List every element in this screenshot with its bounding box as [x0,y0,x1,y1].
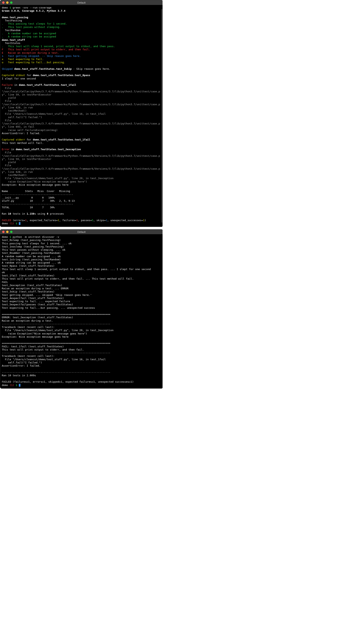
output-line: test_0pass (test_stuff.TestStates) [2,264,55,267]
error-target: demo.test_stuff.TestStates.test_2excepti… [16,148,81,151]
class-name: TestStates [5,42,21,44]
terminal-window-1: Default demo $ green -vvv --run-coverage… [0,0,163,227]
traceback-line: File "/Users/cleancut/demo/test_stuff.py… [2,329,114,332]
coverage-row: __init__.py 0 0 100% [2,196,55,199]
class-name: TestRandom [5,29,21,32]
traceback-line: raise self.failureException(msg) [2,128,58,132]
zoom-icon[interactable] [10,2,13,4]
for-label: for [27,138,31,141]
terminal-window-2: Default demo $ python -m unittest discov… [0,229,163,388]
stat-val: 1 [143,219,145,222]
separator: ----------------------------------------… [2,371,110,374]
output-line: Raise an exception during a test. ... ER… [2,287,69,290]
output-line: This test passes without sleeping. ... o… [2,248,65,251]
close-icon[interactable] [2,231,5,233]
output-line: This test will print output to stderr, a… [2,277,134,280]
traceback-line: Exception: Nice exception message goes h… [2,335,69,338]
test-result: This test will sleep 1 second, print out… [8,45,115,48]
test-result: Test getting skipped. [8,54,41,58]
output-line: A random number can be assigned ... ok [2,255,61,258]
version-line: Green 3.0.0, Coverage 4.5.2, Python 3.7.… [2,9,65,12]
traceback-line: testMethod() [2,109,27,112]
separator: ----------------------------------------… [2,351,110,354]
test-result: This passing test sleeps for 1 second. [8,22,67,25]
output-line: ok [2,271,5,274]
traceback-line: yield [2,96,16,99]
stat-key: errors= [14,219,25,222]
ran-text: s using [34,212,47,215]
terminal-output: demo $ green -vvv --run-coverage Green 3… [2,6,161,225]
traffic-lights [2,2,13,4]
traceback-line: File "/Users/cleancut/demo/test_stuff.py… [2,358,106,361]
test-result: Test expecting to fail. [8,58,44,61]
output-line: This test will sleep 1 second, print out… [2,268,151,271]
stat-val: 5 [92,219,93,222]
skipped-target: demo.test_stuff.TestStates.test_3skip [14,67,72,70]
ran-count: 10 [8,212,11,215]
captured-stderr-label: Captured stderr [2,138,25,141]
failed-label: FAILED [2,219,11,222]
ran-text: processes [48,212,64,215]
stderr-body: This test method will fail. [2,142,44,144]
class-name: TestPassing [5,19,22,22]
error-desc: Raise an exception during a test. [2,319,53,322]
output-line: Test expecting to fail. ... expected fai… [2,300,70,303]
minimize-icon[interactable] [6,2,9,4]
prompt-symbol: $ [10,6,11,9]
ran-text: tests in [11,212,27,215]
skipped-reason: - Skip reason goes here. [73,67,110,70]
fail-desc: This test will print output to stderr, a… [2,348,84,351]
in-label: in [11,148,14,151]
for-label: for [27,74,31,77]
titlebar[interactable]: Default [0,0,163,5]
ran-procs: 8 [47,212,48,215]
terminal-body[interactable]: demo $ python -m unittest discover -v te… [0,234,163,388]
coverage-header: Name Stmts Miss Cover Missing [2,190,70,192]
module-name: demo.test_stuff [2,38,25,42]
titlebar[interactable]: Default [0,230,163,234]
command-text: green -vvv --run-coverage [13,6,52,9]
prompt-user: demo [2,6,8,9]
ran-text: Ran [2,212,8,215]
minimize-icon[interactable] [6,231,9,233]
output-line: Test getting skipped. ... skipped 'Skip … [2,294,92,296]
output-line: test_5expectfailpasses (test_stuff.TestS… [2,303,73,306]
traceback-line: File "/usr/local/Cellar/python/3.7.4/Fra… [2,119,160,128]
ran-summary: Ran 10 tests in 2.009s [2,374,36,377]
test-result: This test passes without sleeping. [8,26,61,28]
scrollbar[interactable] [161,9,162,223]
test-result: Raise an exception during a test. [8,51,59,54]
error-label: Error [2,148,10,151]
close-icon[interactable] [2,2,5,4]
output-line: A random string can be assigned ... ok [2,261,61,264]
separator: ----------------------------------------… [2,202,73,206]
traceback-line: File "/usr/local/Cellar/python/3.7.4/Fra… [2,86,160,96]
traceback-header: Traceback (most recent call last): [2,354,55,358]
error-header: ERROR: test_2exception (test_stuff.TestS… [2,316,73,319]
output-line: test_3skip (test_stuff.TestStates) [2,290,55,293]
command-text: python -m unittest discover -v [13,236,59,238]
traceback-line: AssertionError: I failed. [2,364,41,367]
traceback-line: yield [2,161,16,164]
module-name: demo.test_passing [2,16,28,19]
traceback-line: File "/Users/cleancut/demo/test_stuff.py… [2,112,106,115]
traffic-lights [2,231,13,233]
output-line: test_0number (test_passing.TestRandom) [2,252,61,254]
cursor-icon [19,384,21,386]
stdout-body: I slept for one second [2,77,36,80]
stat-key: , expected_failures= [27,219,58,222]
prompt-user: demo [2,236,8,238]
failed-summary: FAILED (failures=1, errors=1, skipped=1,… [2,380,134,383]
zoom-icon[interactable] [10,231,13,233]
separator: ----------------------------------------… [2,322,110,325]
stdout-target: demo.test_stuff.TestStates.test_0pass [33,74,90,77]
fail-header: FAIL: test_1fail (test_stuff.TestStates) [2,345,64,348]
output-line: test_1string (test_passing.TestRandom) [2,258,61,261]
traceback-line: self.fail("I failed.") [2,361,42,364]
output-line: test_4expectfail (test_stuff.TestStates) [2,297,64,300]
test-result: Test expecting to fail...but passing. [8,61,65,64]
stat-key: , passes= [78,219,92,222]
terminal-body[interactable]: demo $ green -vvv --run-coverage Green 3… [0,5,163,227]
output-line: test_1fail (test_stuff.TestStates) [2,274,55,277]
test-result: This test will print output to stderr, a… [8,48,90,51]
